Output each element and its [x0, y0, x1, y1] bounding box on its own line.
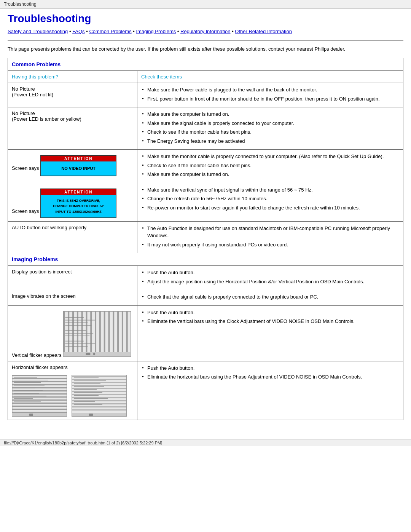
- svg-rect-50: [14, 393, 39, 394]
- col-header-solution: Check these items: [137, 71, 403, 83]
- list-item: The Auto Function is designed for use on…: [141, 225, 399, 240]
- list-item: Make sure the computer is turned on.: [141, 171, 399, 178]
- svg-rect-40: [12, 403, 67, 404]
- breadcrumb-link-imaging[interactable]: Imaging Problems: [136, 29, 176, 34]
- svg-rect-24: [65, 343, 96, 344]
- problem-cell: AUTO button not working properly: [8, 221, 137, 253]
- list-item: Check to see if the monitor cable has be…: [141, 128, 399, 136]
- svg-rect-48: [14, 388, 35, 388]
- horizontal-flicker-image-1: [12, 375, 67, 417]
- svg-rect-78: [74, 401, 95, 402]
- svg-rect-69: [72, 409, 127, 411]
- svg-rect-51: [14, 396, 46, 396]
- svg-rect-1: [64, 312, 65, 356]
- problem-cell: Image vibrates on the screen: [8, 290, 137, 306]
- page-title: Troubleshooting: [8, 13, 403, 25]
- svg-rect-9: [99, 312, 101, 356]
- svg-rect-3: [73, 312, 74, 356]
- svg-rect-13: [118, 312, 119, 356]
- svg-rect-22: [65, 335, 90, 336]
- problem-cell: Vertical flicker appears: [8, 305, 137, 361]
- svg-rect-60: [72, 382, 127, 383]
- svg-rect-75: [74, 392, 102, 393]
- svg-rect-67: [72, 403, 127, 404]
- table-row: Screen says ATTENTION THIS IS 85HZ OVERD…: [8, 183, 403, 221]
- browser-tab: Troubleshooting: [0, 0, 411, 9]
- list-item: Make sure the computer is turned on.: [141, 110, 399, 118]
- svg-rect-52: [14, 398, 33, 399]
- list-item: Push the Auto button.: [141, 269, 399, 276]
- page-content: Troubleshooting Safety and Troubleshooti…: [0, 9, 411, 435]
- svg-rect-25: [65, 346, 88, 347]
- attention-body-2: THIS IS 85HZ OVERDRIVE,CHANGE COMPUTER D…: [41, 195, 116, 217]
- list-item: Push the Auto button.: [141, 309, 399, 316]
- problem-cell: No Picture(Power LED is amber or yellow): [8, 107, 137, 150]
- svg-rect-10: [104, 312, 105, 356]
- svg-rect-20: [65, 330, 86, 331]
- list-item: The Energy Saving feature may be activat…: [141, 137, 399, 145]
- list-item: Check to see if the monitor cable has be…: [141, 162, 399, 169]
- svg-rect-27: [64, 352, 131, 356]
- table-row: Image vibrates on the screen Check that …: [8, 290, 403, 306]
- solution-cell: Push the Auto button. Adjust the image p…: [137, 266, 403, 290]
- svg-rect-14: [122, 312, 123, 356]
- svg-rect-46: [14, 382, 41, 383]
- svg-rect-65: [72, 397, 127, 398]
- solution-cell: Make sure the computer is turned on. Mak…: [137, 107, 403, 150]
- list-item: First, power button in front of the moni…: [141, 95, 399, 103]
- breadcrumb-link-regulatory[interactable]: Regulatory Information: [180, 29, 231, 34]
- svg-rect-39: [12, 399, 67, 401]
- svg-rect-4: [77, 312, 78, 356]
- table-row: No Picture(Power LED not lit) Make sure …: [8, 83, 403, 107]
- svg-rect-12: [113, 312, 115, 356]
- svg-rect-7: [91, 312, 92, 356]
- svg-rect-64: [72, 394, 127, 395]
- svg-rect-29: [94, 353, 96, 355]
- common-problems-header: Common Problems: [8, 58, 403, 71]
- list-item: Make sure the vertical sync of input sig…: [141, 186, 399, 194]
- svg-rect-32: [12, 378, 67, 379]
- common-problems-title: Common Problems: [8, 58, 403, 71]
- solution-cell: The Auto Function is designed for use on…: [137, 221, 403, 253]
- svg-rect-73: [74, 386, 104, 387]
- solution-cell: Make sure the vertical sync of input sig…: [137, 183, 403, 221]
- svg-rect-21: [65, 333, 94, 334]
- list-item: Make sure the monitor cable is properly …: [141, 153, 399, 160]
- breadcrumb-link-safety[interactable]: Safety and Troubleshooting: [8, 29, 68, 34]
- breadcrumb-link-other[interactable]: Other Related Information: [235, 29, 292, 34]
- solution-cell: Push the Auto button. Eliminate the hori…: [137, 361, 403, 420]
- imaging-problems-header: Imaging Problems: [8, 253, 403, 266]
- svg-rect-19: [65, 325, 92, 326]
- svg-rect-72: [74, 383, 100, 384]
- solution-cell: Make sure the monitor cable is properly …: [137, 150, 403, 183]
- attention-box-1: ATTENTION NO VIDEO INPUT: [40, 155, 116, 176]
- list-item: Eliminate the horizontal bars using the …: [141, 373, 399, 381]
- svg-rect-79: [74, 404, 102, 405]
- list-item: Make sure the signal cable is properly c…: [141, 120, 399, 127]
- svg-rect-43: [12, 412, 67, 413]
- list-item: Check that the signal cable is properly …: [141, 293, 399, 301]
- svg-rect-77: [74, 398, 108, 399]
- divider: [8, 40, 403, 41]
- problem-cell: Horizontal flicker appears: [8, 361, 137, 420]
- list-item: Adjust the image position using the Hori…: [141, 278, 399, 286]
- table-row: Display position is incorrect Push the A…: [8, 266, 403, 290]
- svg-rect-17: [65, 320, 96, 321]
- svg-rect-49: [14, 390, 43, 391]
- status-text: file:///D|/Grace/K1/english/180b2p/safet…: [4, 441, 162, 445]
- breadcrumb-link-common[interactable]: Common Problems: [89, 29, 131, 34]
- solution-cell: Make sure the Power cable is plugged to …: [137, 83, 403, 107]
- svg-rect-47: [14, 385, 45, 386]
- problems-table: Common Problems Having this problem? Che…: [8, 58, 403, 420]
- problem-cell: Screen says ATTENTION THIS IS 85HZ OVERD…: [8, 183, 137, 221]
- column-headers: Having this problem? Check these items: [8, 71, 403, 83]
- attention-body-1: NO VIDEO INPUT: [41, 161, 116, 176]
- breadcrumb-link-faqs[interactable]: FAQs: [72, 29, 85, 34]
- svg-rect-8: [95, 312, 97, 356]
- list-item: It may not work properly if using nonsta…: [141, 241, 399, 249]
- svg-rect-33: [12, 381, 67, 382]
- svg-rect-18: [65, 322, 88, 323]
- imaging-problems-title: Imaging Problems: [8, 253, 403, 266]
- breadcrumb: Safety and Troubleshooting • FAQs • Comm…: [8, 28, 403, 36]
- solution-cell: Check that the signal cable is properly …: [137, 290, 403, 306]
